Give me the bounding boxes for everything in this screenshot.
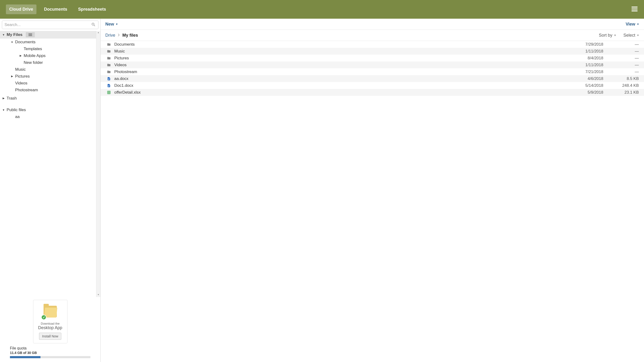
desktop-app-promo: ✓ Download the Desktop App Install Now xyxy=(33,300,68,343)
collapse-icon[interactable]: ▼ xyxy=(10,41,14,43)
tab-spreadsheets[interactable]: Spreadsheets xyxy=(75,4,109,14)
file-size: — xyxy=(603,56,639,60)
file-row[interactable]: Videos1/11/2018— xyxy=(100,61,644,68)
svg-rect-7 xyxy=(108,79,110,79)
tree-item-music[interactable]: Music xyxy=(0,66,100,73)
folder-icon xyxy=(106,70,112,74)
file-name: Pictures xyxy=(112,56,568,60)
tree-item-mobile-apps[interactable]: ▶Mobile Apps xyxy=(0,52,100,59)
quota-value: 11.4 GB of 30 GB xyxy=(10,351,90,355)
tree-item-new-folder[interactable]: New folder xyxy=(0,59,100,66)
expand-icon[interactable]: ▶ xyxy=(2,97,5,100)
tree-item-label: Trash xyxy=(5,96,17,101)
svg-rect-10 xyxy=(108,86,110,86)
file-size: — xyxy=(603,42,639,47)
file-list: Documents7/29/2018—Music1/11/2018—Pictur… xyxy=(100,41,644,362)
install-now-button[interactable]: Install Now xyxy=(39,333,61,340)
quota-label: File quota xyxy=(10,346,90,351)
file-row[interactable]: Music1/11/2018— xyxy=(100,48,644,55)
search-box xyxy=(2,20,98,29)
tree-item-templates[interactable]: Templates xyxy=(0,45,100,52)
collapse-icon[interactable]: ▼ xyxy=(2,33,5,36)
caret-down-icon: ▼ xyxy=(637,23,639,25)
expand-icon[interactable]: ▶ xyxy=(10,75,14,78)
file-date: 4/6/2018 xyxy=(568,76,603,81)
breadcrumb-bar: Drive My files Sort by ▼ Select ▼ xyxy=(100,30,644,41)
svg-rect-4 xyxy=(29,34,32,35)
file-name: Doc1.docx xyxy=(112,83,568,88)
file-row[interactable]: Documents7/29/2018— xyxy=(100,41,644,48)
list-icon[interactable] xyxy=(26,32,35,37)
collapse-icon[interactable]: ▼ xyxy=(2,108,5,111)
search-icon[interactable] xyxy=(91,22,96,28)
tab-cloud-drive[interactable]: Cloud Drive xyxy=(6,4,36,14)
tab-documents[interactable]: Documents xyxy=(41,4,70,14)
doc-icon xyxy=(106,84,112,87)
doc-icon xyxy=(106,77,112,81)
tree-item-trash[interactable]: ▶Trash xyxy=(0,95,100,102)
tree-item-label: My Files xyxy=(5,32,22,37)
promo-line1: Download the xyxy=(35,322,65,325)
tree-item-label: Documents xyxy=(14,40,36,44)
tree-item-documents[interactable]: ▼Documents xyxy=(0,38,100,45)
view-dropdown[interactable]: View ▼ xyxy=(626,22,639,27)
file-date: 1/11/2018 xyxy=(568,49,603,54)
file-size: — xyxy=(603,69,639,74)
breadcrumb: Drive My files xyxy=(105,33,138,38)
main-content: New ▼ View ▼ Drive My fil xyxy=(100,19,644,362)
select-label: Select xyxy=(624,33,635,38)
new-label: New xyxy=(105,22,114,27)
file-size: 8.5 KB xyxy=(603,76,639,81)
expand-icon[interactable]: ▶ xyxy=(19,54,22,57)
svg-rect-12 xyxy=(108,91,110,94)
new-dropdown[interactable]: New ▼ xyxy=(105,22,118,27)
svg-rect-1 xyxy=(632,8,638,9)
svg-rect-3 xyxy=(29,33,32,34)
svg-rect-5 xyxy=(29,35,32,36)
file-date: 8/4/2018 xyxy=(568,56,603,60)
breadcrumb-root[interactable]: Drive xyxy=(105,33,115,38)
folder-icon xyxy=(106,42,112,46)
tree-item-photostream[interactable]: Photostream xyxy=(0,86,100,93)
tree-item-public-files[interactable]: ▼Public files xyxy=(0,106,100,113)
svg-rect-11 xyxy=(108,86,109,86)
file-row[interactable]: Photostream7/21/2018— xyxy=(100,68,644,75)
file-quota: File quota 11.4 GB of 30 GB xyxy=(0,343,100,362)
file-row[interactable]: offerDetail.xlsx5/9/201823.1 KB xyxy=(100,89,644,96)
tree-item-label: Photostream xyxy=(14,88,38,92)
tree-item-aa[interactable]: aa xyxy=(0,113,100,120)
tree-scrollbar[interactable]: ▴▾ xyxy=(96,31,100,297)
select-dropdown[interactable]: Select ▼ xyxy=(624,33,639,38)
sort-by-label: Sort by xyxy=(599,33,612,38)
file-name: Documents xyxy=(112,42,568,47)
header-tabs: Cloud Drive Documents Spreadsheets xyxy=(6,4,109,14)
tree-item-videos[interactable]: Videos xyxy=(0,80,100,86)
file-date: 1/11/2018 xyxy=(568,63,603,67)
tree-item-label: New folder xyxy=(22,60,43,65)
caret-down-icon: ▼ xyxy=(637,34,639,37)
svg-rect-2 xyxy=(632,10,638,11)
sheet-icon xyxy=(106,90,112,94)
search-input[interactable] xyxy=(4,22,91,27)
folder-icon xyxy=(106,56,112,60)
file-date: 7/21/2018 xyxy=(568,69,603,74)
toolbar: New ▼ View ▼ xyxy=(100,19,644,30)
file-row[interactable]: Doc1.docx5/14/2018248.4 KB xyxy=(100,82,644,89)
header: Cloud Drive Documents Spreadsheets xyxy=(0,0,644,19)
tree-item-label: Templates xyxy=(22,46,42,51)
file-size: 248.4 KB xyxy=(603,83,639,88)
file-date: 5/14/2018 xyxy=(568,83,603,88)
view-label: View xyxy=(626,22,635,27)
tree-item-label: Music xyxy=(14,67,26,72)
menu-icon[interactable] xyxy=(631,5,638,13)
tree-item-my-files[interactable]: ▼My Files xyxy=(0,31,100,38)
file-row[interactable]: aa.docx4/6/20188.5 KB xyxy=(100,75,644,82)
tree-item-pictures[interactable]: ▶Pictures xyxy=(0,73,100,80)
file-date: 7/29/2018 xyxy=(568,42,603,47)
tree-item-label: Mobile Apps xyxy=(22,53,46,58)
sort-by-dropdown[interactable]: Sort by ▼ xyxy=(599,33,616,38)
quota-bar xyxy=(10,356,90,358)
file-date: 5/9/2018 xyxy=(568,90,603,95)
file-name: aa.docx xyxy=(112,76,568,81)
file-row[interactable]: Pictures8/4/2018— xyxy=(100,55,644,61)
